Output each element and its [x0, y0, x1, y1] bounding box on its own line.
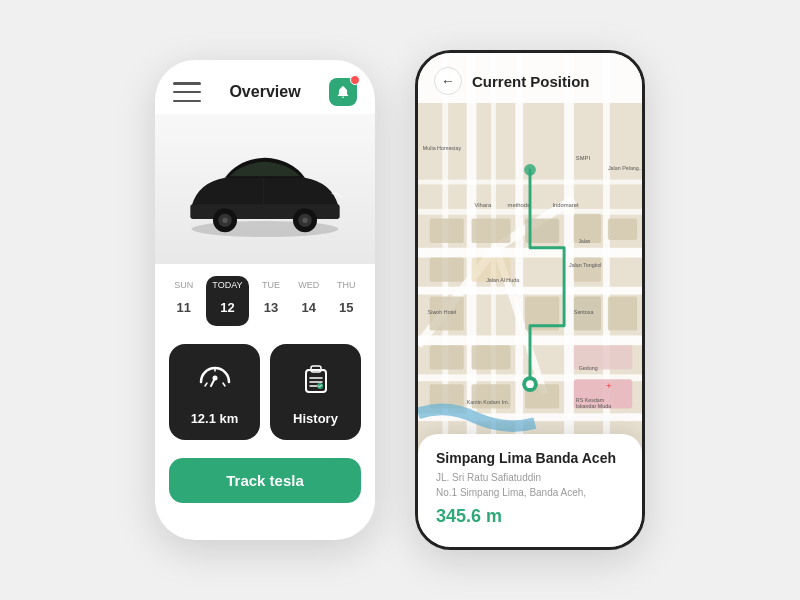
- svg-point-4: [222, 218, 227, 223]
- day-wed[interactable]: WED 14: [294, 280, 324, 322]
- phone-map: Vihara methods Indomaret SMPI Jalan Pela…: [415, 50, 645, 550]
- svg-point-7: [302, 218, 307, 223]
- page-title: Overview: [229, 83, 300, 101]
- location-info-card: Simpang Lima Banda Aceh JL. Sri Ratu Saf…: [418, 434, 642, 547]
- svg-rect-43: [430, 345, 464, 369]
- svg-text:+: +: [606, 380, 612, 391]
- svg-rect-10: [306, 370, 326, 392]
- svg-text:Jalan: Jalan: [579, 239, 591, 244]
- days-selector: SUN 11 TODAY 12 TUE 13 WED 14 THU 15: [155, 264, 375, 334]
- svg-text:Vihara: Vihara: [474, 202, 492, 208]
- svg-point-67: [524, 164, 536, 176]
- svg-text:Sentosa: Sentosa: [574, 309, 594, 315]
- day-thu[interactable]: THU 15: [331, 280, 361, 322]
- svg-rect-35: [608, 219, 637, 240]
- phone-overview: Overview: [155, 60, 375, 540]
- svg-rect-47: [472, 384, 511, 408]
- distance-display: 345.6 m: [436, 506, 624, 527]
- back-button[interactable]: ←: [434, 67, 462, 95]
- svg-text:Kantin Kodam Im.: Kantin Kodam Im.: [467, 399, 509, 405]
- address-line1: JL. Sri Ratu Safiatuddin: [436, 472, 541, 483]
- svg-text:Jalan Pelang...: Jalan Pelang...: [608, 165, 642, 171]
- svg-text:Gedung: Gedung: [579, 365, 598, 371]
- svg-text:RS Kesdam: RS Kesdam: [576, 397, 605, 403]
- svg-text:Indomaret: Indomaret: [552, 202, 579, 208]
- day-sun[interactable]: SUN 11: [169, 280, 199, 322]
- address: JL. Sri Ratu Safiatuddin No.1 Simpang Li…: [436, 470, 624, 500]
- history-label: History: [293, 411, 338, 426]
- svg-point-51: [526, 380, 534, 388]
- svg-text:methods: methods: [508, 202, 530, 208]
- track-tesla-button[interactable]: Track tesla: [169, 458, 361, 503]
- notification-button[interactable]: [329, 78, 357, 106]
- address-line2: No.1 Simpang Lima, Banda Aceh,: [436, 487, 586, 498]
- menu-line-3: [173, 100, 201, 103]
- map-title: Current Position: [472, 73, 590, 90]
- svg-text:SMPI: SMPI: [576, 155, 591, 161]
- clipboard-icon: [298, 360, 334, 403]
- speedometer-icon: [197, 360, 233, 403]
- car-image-area: [155, 114, 375, 264]
- menu-line-1: [173, 82, 201, 85]
- tesla-car-image: [165, 129, 365, 249]
- svg-text:Mulia Homestay: Mulia Homestay: [423, 145, 462, 151]
- svg-text:Jalan Tongkol: Jalan Tongkol: [569, 262, 602, 268]
- svg-rect-32: [472, 219, 511, 243]
- svg-text:Iskandar Muda: Iskandar Muda: [576, 403, 611, 409]
- svg-point-9: [212, 376, 217, 381]
- map-header: ← Current Position: [418, 53, 642, 103]
- svg-rect-38: [574, 258, 601, 282]
- back-arrow-icon: ←: [441, 73, 455, 89]
- svg-rect-44: [472, 345, 511, 369]
- day-tue[interactable]: TUE 13: [256, 280, 286, 322]
- menu-line-2: [173, 91, 201, 94]
- place-name: Simpang Lima Banda Aceh: [436, 450, 624, 466]
- metric-cards: 12.1 km History: [155, 334, 375, 450]
- overview-header: Overview: [155, 60, 375, 114]
- svg-text:Jalan Al Huda: Jalan Al Huda: [486, 277, 519, 283]
- bell-icon: [336, 85, 350, 99]
- history-card[interactable]: History: [270, 344, 361, 440]
- menu-icon[interactable]: [173, 82, 201, 102]
- distance-card[interactable]: 12.1 km: [169, 344, 260, 440]
- svg-rect-1: [190, 204, 339, 219]
- distance-label: 12.1 km: [191, 411, 239, 426]
- map-screen: Vihara methods Indomaret SMPI Jalan Pela…: [418, 53, 642, 547]
- svg-rect-31: [430, 219, 464, 243]
- svg-rect-42: [608, 296, 637, 330]
- svg-text:Siwoh Hotel: Siwoh Hotel: [428, 309, 457, 315]
- svg-rect-36: [430, 258, 464, 282]
- day-today[interactable]: TODAY 12: [206, 276, 248, 326]
